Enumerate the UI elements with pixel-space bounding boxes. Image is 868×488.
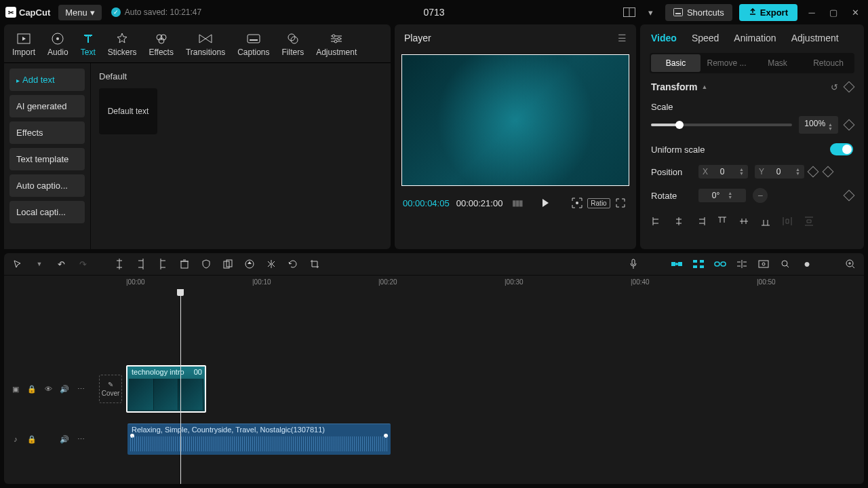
distribute-h-icon[interactable] — [781, 215, 793, 227]
layout-icon[interactable] — [622, 5, 637, 20]
magnet-track-icon[interactable] — [692, 257, 705, 271]
playhead[interactable] — [180, 289, 181, 484]
zoom-in-icon[interactable] — [844, 257, 857, 271]
tab-filters[interactable]: Filters — [277, 29, 310, 62]
player-menu-icon[interactable]: ☰ — [618, 33, 627, 43]
copy-icon[interactable] — [221, 257, 235, 271]
crop-icon[interactable] — [308, 257, 321, 271]
tab-captions[interactable]: Captions — [232, 29, 275, 62]
sidebar-item-local-captions[interactable]: Local capti... — [9, 201, 85, 223]
tab-audio[interactable]: Audio — [42, 29, 74, 62]
ratio-button[interactable]: Ratio — [591, 195, 606, 210]
video-preview[interactable] — [401, 54, 629, 186]
track-type-icon[interactable]: ▣ — [11, 384, 20, 394]
prop-tab-adjustment[interactable]: Adjustment — [791, 33, 839, 43]
compare-icon[interactable]: ▮▮▮ — [509, 195, 524, 210]
sidebar-item-ai-generated[interactable]: AI generated — [9, 95, 85, 117]
uniform-scale-toggle[interactable] — [830, 143, 853, 155]
align-center-v-icon[interactable] — [738, 215, 750, 227]
audio-clip[interactable]: Relaxing, Simple, Countryside, Travel, N… — [127, 424, 391, 455]
spinner-icon[interactable]: ▲▼ — [795, 168, 800, 176]
align-top-icon[interactable] — [716, 215, 728, 227]
chevron-down-icon[interactable]: ▼ — [33, 257, 46, 271]
subtab-remove[interactable]: Remove ... — [702, 54, 751, 72]
maximize-icon[interactable]: ▢ — [826, 5, 841, 20]
prop-tab-animation[interactable]: Animation — [734, 33, 776, 43]
screenshot-icon[interactable] — [757, 257, 770, 271]
keyframe-icon[interactable] — [844, 190, 855, 202]
focus-icon[interactable] — [570, 195, 585, 210]
keyframe-icon[interactable] — [807, 166, 818, 178]
reset-icon[interactable]: ↺ — [831, 82, 838, 92]
sidebar-item-effects[interactable]: Effects — [9, 121, 85, 144]
project-title[interactable]: 0713 — [423, 7, 444, 18]
trim-right-icon[interactable] — [156, 257, 170, 271]
scale-slider[interactable] — [651, 124, 792, 126]
tab-adjustment[interactable]: Adjustment — [311, 29, 362, 62]
align-bottom-icon[interactable] — [760, 215, 772, 227]
play-button[interactable] — [538, 195, 553, 210]
split-icon[interactable] — [113, 257, 126, 271]
video-clip[interactable]: technology intro00 — [126, 365, 206, 413]
distribute-v-icon[interactable] — [803, 215, 815, 227]
collapse-icon[interactable]: ▲ — [701, 83, 707, 90]
redo-icon[interactable]: ↷ — [76, 257, 90, 271]
mirror-icon[interactable] — [264, 257, 278, 271]
spinner-icon[interactable]: ▲▼ — [828, 123, 833, 131]
default-text-thumb[interactable]: Default text — [99, 88, 157, 134]
subtab-basic[interactable]: Basic — [651, 54, 701, 72]
fullscreen-icon[interactable] — [613, 195, 628, 210]
position-x-input[interactable]: X0▲▼ — [698, 165, 748, 179]
chevron-down-icon[interactable]: ▾ — [644, 5, 658, 20]
sidebar-item-text-template[interactable]: Text template — [9, 148, 85, 170]
zoom-fit-icon[interactable]: ● — [800, 257, 814, 271]
spinner-icon[interactable]: ▲▼ — [739, 168, 744, 176]
subtab-mask[interactable]: Mask — [753, 54, 802, 72]
trim-left-icon[interactable] — [134, 257, 148, 271]
spinner-icon[interactable]: ▲▼ — [728, 191, 732, 200]
lock-icon[interactable]: 🔒 — [27, 384, 37, 394]
undo-icon[interactable]: ↶ — [54, 257, 68, 271]
timeline-ruler[interactable]: |00:00 |00:10 |00:20 |00:30 |00:40 |00:5… — [96, 276, 864, 289]
rotate-icon[interactable] — [286, 257, 300, 271]
tab-transitions[interactable]: Transitions — [180, 29, 231, 62]
align-right-icon[interactable] — [694, 215, 707, 227]
keyframe-icon[interactable] — [844, 119, 855, 131]
mute-icon[interactable]: 🔊 — [60, 384, 69, 394]
rotate-input[interactable]: 0°▲▼ — [698, 189, 746, 202]
prop-tab-video[interactable]: Video — [651, 33, 677, 43]
sidebar-item-add-text[interactable]: Add text — [9, 69, 85, 91]
preview-cut-icon[interactable] — [735, 257, 749, 271]
magnet-main-icon[interactable] — [670, 257, 684, 271]
lock-icon[interactable]: 🔒 — [27, 434, 37, 444]
export-button[interactable]: Export — [739, 4, 797, 21]
rotate-dial-icon[interactable]: − — [753, 188, 768, 203]
link-icon[interactable] — [713, 257, 727, 271]
eye-icon[interactable]: 👁 — [43, 384, 53, 394]
align-left-icon[interactable] — [651, 215, 663, 227]
minimize-icon[interactable]: ─ — [804, 5, 819, 20]
mute-icon[interactable]: 🔊 — [60, 434, 69, 444]
shortcuts-button[interactable]: Shortcuts — [665, 4, 732, 21]
tab-stickers[interactable]: Stickers — [102, 29, 142, 62]
menu-button[interactable]: Menu ▾ — [58, 5, 102, 20]
keyframe-icon[interactable] — [822, 166, 833, 178]
align-center-h-icon[interactable] — [673, 215, 685, 227]
subtab-retouch[interactable]: Retouch — [804, 54, 853, 72]
more-icon[interactable]: ⋯ — [76, 434, 85, 444]
tracks-area[interactable]: ▣ 🔒 👁 🔊 ⋯ ✎ Cover technology intro00 ♪ 🔒… — [4, 289, 864, 484]
tab-import[interactable]: Import — [7, 29, 41, 62]
keyframe-icon[interactable] — [844, 81, 855, 92]
mic-icon[interactable] — [627, 257, 640, 271]
close-icon[interactable]: ✕ — [848, 5, 863, 20]
tab-effects[interactable]: Effects — [143, 29, 178, 62]
position-y-input[interactable]: Y0▲▼ — [755, 165, 804, 179]
tab-text[interactable]: Text — [75, 29, 101, 62]
reverse-icon[interactable] — [243, 257, 256, 271]
more-icon[interactable]: ⋯ — [76, 384, 85, 394]
cover-button[interactable]: ✎ Cover — [99, 375, 122, 403]
shield-icon[interactable] — [199, 257, 213, 271]
track-type-icon[interactable]: ♪ — [11, 434, 20, 444]
delete-icon[interactable] — [178, 257, 191, 271]
scale-value[interactable]: 100%▲▼ — [799, 116, 838, 134]
